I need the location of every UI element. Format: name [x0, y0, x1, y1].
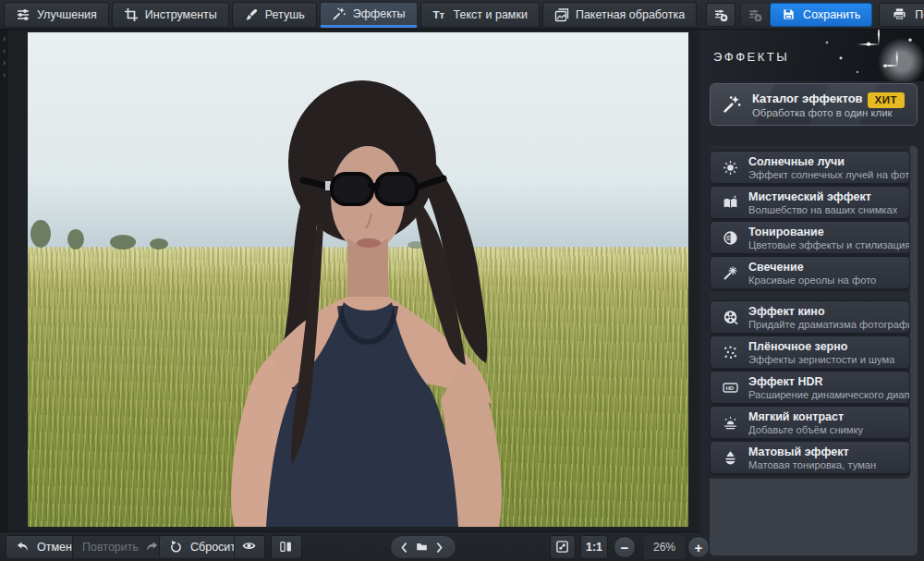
grain-icon [723, 345, 738, 360]
tab-label: Пакетная обработка [576, 8, 685, 21]
toning-icon [723, 230, 738, 246]
tab-label: Эффекты [353, 7, 406, 20]
expand-chevron-icon[interactable]: › [3, 33, 6, 45]
file-navigator [390, 535, 456, 559]
editor-canvas [8, 30, 699, 531]
drop-icon [723, 450, 738, 466]
effects-catalog-card[interactable]: Каталог эффектов Обработка фото в один к… [710, 83, 918, 126]
open-folder-button[interactable] [415, 537, 432, 557]
print-button-label: Печать [915, 8, 924, 21]
effect-item-hdr[interactable]: HD Эффект HDR Расширение динамического д… [710, 371, 910, 404]
effect-item-sun-rays[interactable]: Солнечные лучи Эффект солнечных лучей на… [710, 151, 910, 184]
zoom-in-button[interactable]: + [687, 536, 710, 558]
expand-chevron-icon[interactable]: › [3, 69, 6, 81]
hdr-icon: HD [723, 380, 738, 396]
tab-batch[interactable]: Пакетная обработка [542, 2, 697, 28]
tab-retouch[interactable]: Ретушь [232, 2, 317, 28]
effect-item-glow[interactable]: Свечение Красивые ореолы на фото [710, 256, 910, 289]
left-rail: › › › › [0, 30, 8, 531]
text-icon: Tт [432, 7, 447, 22]
photo-preview [28, 32, 688, 527]
book-icon [723, 195, 738, 211]
status-bar: Отменить Повторить Сбросить [0, 531, 699, 561]
sun-icon [723, 160, 738, 176]
sliders-plus-icon [713, 7, 728, 22]
sliders-download-icon [748, 7, 762, 22]
show-original-button[interactable] [234, 535, 265, 559]
sidebar-header: ЭФФЕКТЫ [699, 30, 924, 81]
tab-enhance[interactable]: Улучшения [4, 2, 109, 28]
sidebar-title: ЭФФЕКТЫ [713, 50, 789, 64]
wand-sparkle-icon [722, 94, 742, 115]
zoom-level: 26% [644, 535, 685, 559]
floppy-icon [782, 7, 796, 22]
effect-item-matte[interactable]: Матовый эффект Матовая тонировка, туман [710, 441, 910, 474]
effects-list: Солнечные лучи Эффект солнечных лучей на… [710, 146, 910, 479]
import-preset-button[interactable] [740, 3, 770, 27]
film-icon [723, 310, 738, 325]
sparkle-art [785, 30, 924, 81]
effect-item-mystic[interactable]: Мистический эффект Волшебство на ваших с… [710, 186, 910, 219]
next-photo-button[interactable] [432, 537, 449, 557]
redo-button[interactable]: Повторить [72, 535, 170, 559]
effect-item-cinema[interactable]: Эффект кино Придайте драматизма фотограф… [710, 300, 910, 334]
print-button[interactable]: Печать [879, 3, 924, 27]
svg-text:Tт: Tт [432, 9, 444, 20]
svg-text:HD: HD [725, 384, 734, 390]
redo-icon [145, 540, 160, 555]
fit-screen-icon [555, 540, 570, 555]
expand-chevron-icon[interactable]: › [3, 57, 6, 69]
compare-button[interactable] [271, 535, 302, 559]
brush-icon [244, 7, 259, 22]
add-preset-button[interactable] [706, 3, 736, 27]
actual-size-label: 1:1 [586, 541, 602, 554]
compare-icon [279, 540, 294, 555]
photo-editor-window: Улучшения Инструменты Ретушь Эффекты Tт … [0, 0, 924, 561]
effect-item-soft-contrast[interactable]: Мягкий контраст Добавьте объём снимку [710, 406, 910, 439]
reset-icon [169, 540, 184, 555]
tab-label: Ретушь [265, 8, 305, 21]
zoom-out-button[interactable]: − [614, 536, 636, 558]
wand-icon [332, 6, 346, 21]
soft-sun-icon [723, 415, 738, 431]
printer-icon [893, 7, 907, 22]
tab-tools[interactable]: Инструменты [112, 2, 229, 28]
lips [357, 238, 381, 248]
save-button[interactable]: Сохранить [770, 3, 872, 27]
catalog-subtitle: Обработка фото в один клик [752, 107, 893, 118]
redo-label: Повторить [82, 541, 139, 554]
hit-badge: ХИТ [868, 92, 905, 108]
actual-size-button[interactable]: 1:1 [580, 535, 608, 559]
effect-item-toning[interactable]: Тонирование Цветовые эффекты и стилизаци… [710, 221, 910, 254]
chevron-left-icon [398, 542, 413, 554]
tab-effects[interactable]: Эффекты [320, 2, 418, 28]
tab-label: Улучшения [37, 8, 97, 21]
fit-to-screen-button[interactable] [550, 535, 576, 559]
tab-text-frames[interactable]: Tт Текст и рамки [420, 2, 540, 28]
effects-panel: Солнечные лучи Эффект солнечных лучей на… [710, 146, 918, 555]
tab-label: Текст и рамки [454, 8, 528, 21]
portrait-woman-in-field [28, 32, 688, 527]
crop-icon [124, 7, 139, 22]
batch-icon [554, 7, 569, 22]
save-button-label: Сохранить [803, 8, 860, 21]
effects-sidebar: ЭФФЕКТЫ Каталог эффектов Обработка фото … [699, 30, 924, 561]
folder-icon [416, 541, 431, 555]
prev-photo-button[interactable] [397, 537, 415, 557]
eye-icon [242, 539, 257, 555]
effect-item-film-grain[interactable]: Плёночное зерно Эффекты зернистости и шу… [710, 335, 910, 369]
undo-icon [16, 540, 30, 555]
sliders-icon [16, 7, 30, 22]
tab-label: Инструменты [145, 8, 217, 21]
preset-buttons [706, 3, 770, 27]
sparkler-icon [723, 265, 738, 281]
chevron-right-icon [433, 542, 448, 554]
expand-chevron-icon[interactable]: › [3, 45, 6, 57]
tab-bar: Улучшения Инструменты Ретушь Эффекты Tт … [4, 2, 697, 28]
top-toolbar: Улучшения Инструменты Ретушь Эффекты Tт … [0, 0, 924, 30]
